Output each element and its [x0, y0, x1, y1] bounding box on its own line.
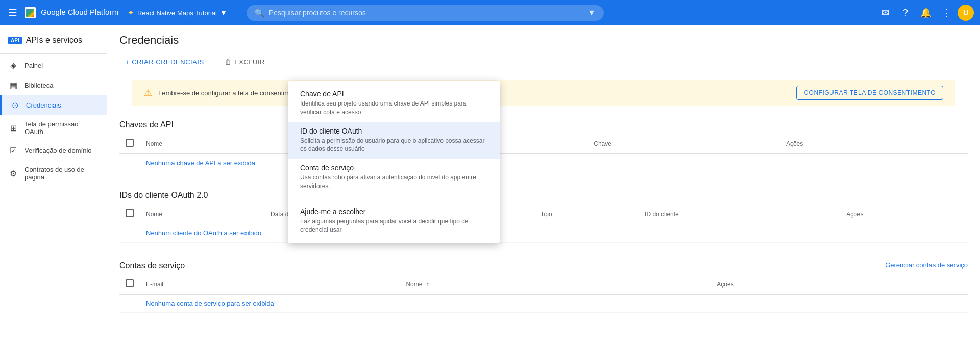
warning-icon: ⚠	[144, 87, 152, 98]
dropdown-item-title: Ajude-me a escolher	[300, 207, 487, 216]
search-input[interactable]	[269, 9, 583, 17]
col-key-header: Chave	[587, 134, 780, 154]
avatar[interactable]: U	[958, 5, 974, 21]
manage-service-accounts-link[interactable]: Gerenciar contas de serviço	[885, 261, 968, 269]
sidebar: API APIs e serviços ◈ Painel ▦ Bibliotec…	[0, 25, 107, 341]
page-title: Credenciais	[107, 25, 980, 51]
sidebar-item-label: Credenciais	[26, 101, 61, 109]
sidebar-item-painel[interactable]: ◈ Painel	[0, 56, 107, 75]
service-accounts-table: E-mail Nome ↑ Ações Nenhuma conta de ser…	[119, 274, 968, 313]
dropdown-item-oauth[interactable]: ID do cliente OAuth Solicita a permissão…	[288, 122, 500, 159]
col-actions-header: Ações	[780, 134, 968, 154]
notice-action: CONFIGURAR TELA DE CONSENTIMENTO	[796, 86, 943, 100]
col-check-header	[119, 204, 140, 224]
delete-icon: 🗑	[225, 58, 232, 66]
notifications-button[interactable]: 🔔	[917, 4, 935, 22]
empty-text: Nenhuma conta de serviço para ser exibid…	[140, 295, 968, 313]
select-all-checkbox[interactable]	[126, 279, 134, 287]
dropdown-item-desc: Faz algumas perguntas para ajudar você a…	[300, 217, 487, 234]
project-selector[interactable]: ✦ React Native Maps Tutorial ▼	[124, 6, 231, 19]
select-all-checkbox[interactable]	[126, 139, 134, 147]
app-body: API APIs e serviços ◈ Painel ▦ Bibliotec…	[0, 25, 980, 341]
api-keys-section: Chaves de API Nome Restrições Chave Açõe…	[107, 114, 980, 185]
dropdown-item-desc: Usa contas robô para ativar a autenticaç…	[300, 173, 487, 191]
help-button[interactable]: ?	[896, 4, 915, 22]
domain-icon: ☑	[8, 146, 18, 155]
empty-text: Nenhuma chave de API a ser exibida	[140, 154, 968, 172]
table-row: Nenhuma conta de serviço para ser exibid…	[119, 295, 968, 313]
dropdown-item-desc: Solicita a permissão do usuário para que…	[300, 137, 487, 154]
dropdown-item-service-account[interactable]: Conta de serviço Usa contas robô para at…	[288, 159, 500, 196]
sidebar-item-contracts[interactable]: ⚙ Contratos de uso de página	[0, 161, 107, 186]
credentials-icon: ⊙	[10, 100, 20, 110]
oauth-table: Nome Data da criação ↓ Tipo ID do client…	[119, 204, 968, 243]
service-accounts-title: Contas de serviço	[119, 255, 185, 274]
sidebar-item-label: Contratos de uso de página	[24, 166, 99, 181]
sidebar-title: APIs e serviços	[26, 36, 82, 45]
col-name-header: Nome	[140, 204, 264, 224]
email-button[interactable]: ✉	[876, 4, 894, 22]
content-toolbar: + CRIAR CREDENCIAIS 🗑 EXCLUIR	[107, 51, 980, 73]
library-icon: ▦	[8, 81, 18, 90]
select-all-checkbox[interactable]	[126, 209, 134, 217]
empty-text: Nenhum cliente do OAuth a ser exibido	[140, 224, 968, 243]
dropdown-item-api-key[interactable]: Chave de API Identifica seu projeto usan…	[288, 85, 500, 122]
sidebar-item-label: Biblioteca	[24, 82, 53, 89]
dropdown-item-help[interactable]: Ajude-me a escolher Faz algumas pergunta…	[288, 202, 500, 240]
col-client-id-header: ID do cliente	[639, 204, 840, 224]
main-content: Credenciais + CRIAR CREDENCIAIS 🗑 EXCLUI…	[107, 25, 980, 341]
service-accounts-section: Contas de serviço Gerenciar contas de se…	[107, 255, 980, 325]
sidebar-item-biblioteca[interactable]: ▦ Biblioteca	[0, 75, 107, 95]
section-header: Contas de serviço Gerenciar contas de se…	[119, 255, 968, 274]
create-credentials-dropdown: Chave de API Identifica seu projeto usan…	[288, 81, 500, 243]
col-check-header	[119, 274, 140, 295]
sidebar-item-label: Painel	[24, 62, 43, 69]
col-check-header	[119, 134, 140, 154]
dropdown-item-desc: Identifica seu projeto usando uma chave …	[300, 99, 487, 117]
menu-icon[interactable]: ☰	[6, 5, 19, 21]
search-bar: 🔍 ▼	[247, 5, 604, 21]
topbar-logo: Google Cloud Platform	[24, 7, 118, 18]
notice-container: ⚠ Lembre-se de configurar a tela de cons…	[107, 73, 980, 106]
col-actions-header: Ações	[840, 204, 968, 224]
col-email-header: E-mail	[140, 274, 400, 295]
project-name: React Native Maps Tutorial	[137, 9, 217, 17]
contracts-icon: ⚙	[8, 169, 18, 178]
search-chevron-icon: ▼	[587, 8, 596, 17]
dropdown-item-title: ID do cliente OAuth	[300, 127, 487, 135]
col-actions-header: Ações	[710, 274, 968, 295]
delete-button[interactable]: 🗑 EXCLUIR	[218, 55, 271, 69]
api-badge: API	[8, 37, 22, 44]
dashboard-icon: ◈	[8, 61, 18, 70]
sidebar-item-domain[interactable]: ☑ Verificação de domínio	[0, 141, 107, 161]
create-credentials-button[interactable]: + CRIAR CREDENCIAIS	[119, 55, 210, 69]
gcp-logo-text: Google Cloud Platform	[24, 7, 118, 18]
col-name-header: Nome ↑	[400, 274, 710, 295]
topbar: ☰ Google Cloud Platform ✦ React Native M…	[0, 0, 980, 25]
more-options-button[interactable]: ⋮	[937, 4, 955, 22]
project-chevron-icon: ▼	[220, 9, 227, 17]
search-icon: 🔍	[255, 8, 265, 18]
sidebar-divider	[0, 53, 107, 54]
sidebar-item-oauth[interactable]: ⊞ Tela de permissão OAuth	[0, 115, 107, 141]
sidebar-item-label: Tela de permissão OAuth	[24, 120, 99, 136]
gcp-icon	[24, 7, 36, 18]
dropdown-item-title: Chave de API	[300, 90, 487, 98]
table-row: Nenhum cliente do OAuth a ser exibido	[119, 224, 968, 243]
api-keys-table: Nome Restrições Chave Ações Nenhuma chav…	[119, 134, 968, 172]
notice-box: ⚠ Lembre-se de configurar a tela de cons…	[132, 80, 955, 106]
table-row: Nenhuma chave de API a ser exibida	[119, 154, 968, 172]
configure-consent-button[interactable]: CONFIGURAR TELA DE CONSENTIMENTO	[796, 86, 943, 100]
col-type-header: Tipo	[534, 204, 639, 224]
dropdown-item-title: Conta de serviço	[300, 164, 487, 172]
sidebar-item-credenciais[interactable]: ⊙ Credenciais	[0, 95, 107, 115]
topbar-actions: ✉ ? 🔔 ⋮ U	[876, 4, 974, 22]
sidebar-header: API APIs e serviços	[0, 30, 107, 51]
oauth-icon: ⊞	[8, 123, 18, 133]
project-star-icon: ✦	[128, 8, 134, 17]
oauth-section: IDs do cliente OAuth 2.0 Nome Data da cr…	[107, 185, 980, 255]
sidebar-item-label: Verificação de domínio	[24, 147, 92, 154]
api-keys-title: Chaves de API	[119, 114, 968, 134]
dropdown-divider	[288, 199, 500, 199]
oauth-title: IDs do cliente OAuth 2.0	[119, 185, 968, 204]
